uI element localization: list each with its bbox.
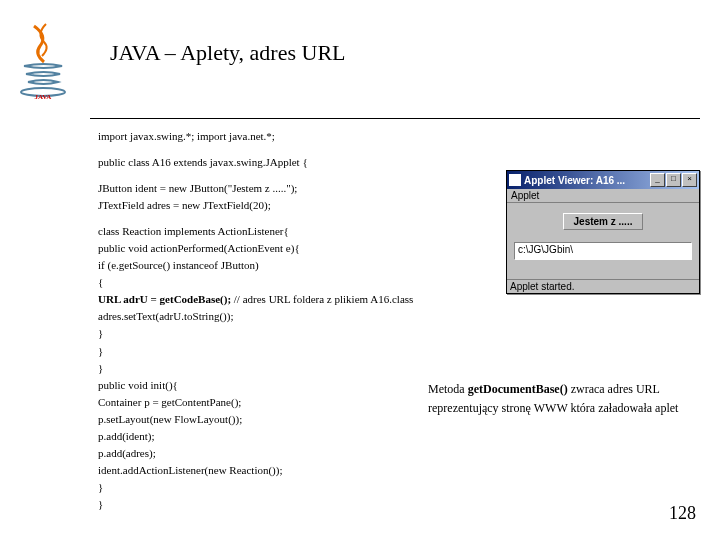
code-bold: URL adrU = getCodeBase(); (98, 293, 231, 305)
code-line: public void actionPerformed(ActionEvent … (98, 240, 413, 257)
app-icon (509, 174, 521, 186)
close-button[interactable]: × (682, 173, 697, 187)
note-prefix: Metoda (428, 382, 468, 396)
code-line: p.add(adres); (98, 445, 413, 462)
ident-button[interactable]: Jestem z ..... (563, 213, 644, 230)
page-title: JAVA – Aplety, adres URL (110, 40, 346, 66)
code-line: p.setLayout(new FlowLayout()); (98, 411, 413, 428)
code-block: import javax.swing.*; import java.net.*;… (98, 128, 413, 513)
applet-body: Jestem z ..... c:\JG\JGbin\ (507, 203, 699, 279)
note-text: Metoda getDocumentBase() zwraca adres UR… (428, 380, 688, 418)
code-line: if (e.getSource() instanceof JButton) (98, 257, 413, 274)
code-line: } (98, 479, 413, 496)
note-rest: zwraca adres URL (568, 382, 660, 396)
code-line: import javax.swing.*; import java.net.*; (98, 128, 413, 145)
code-line: URL adrU = getCodeBase(); // adres URL f… (98, 291, 413, 308)
applet-viewer-window: Applet Viewer: A16 ... _ □ × Applet Jest… (506, 170, 700, 294)
code-line: class Reaction implements ActionListener… (98, 223, 413, 240)
menu-applet[interactable]: Applet (507, 189, 699, 203)
page-number: 128 (669, 503, 696, 524)
code-line: adres.setText(adrU.toString()); (98, 308, 413, 325)
code-line: public class A16 extends javax.swing.JAp… (98, 154, 413, 171)
code-line: } (98, 343, 413, 360)
code-line: } (98, 325, 413, 342)
code-line: } (98, 360, 413, 377)
note-bold: getDocumentBase() (468, 382, 568, 396)
code-line: Container p = getContentPane(); (98, 394, 413, 411)
code-line: JButton ident = new JButton("Jestem z ..… (98, 180, 413, 197)
code-line: } (98, 496, 413, 513)
code-line: JButton ident = new JButton("Jestem z ..… (98, 180, 413, 214)
adres-field[interactable]: c:\JG\JGbin\ (514, 242, 692, 260)
maximize-button[interactable]: □ (666, 173, 681, 187)
code-comment: // adres URL foldera z plikiem A16.class (231, 293, 413, 305)
status-bar: Applet started. (507, 279, 699, 293)
code-line: { (98, 274, 413, 291)
window-title: Applet Viewer: A16 ... (524, 175, 649, 186)
minimize-button[interactable]: _ (650, 173, 665, 187)
code-line: public void init(){ (98, 377, 413, 394)
titlebar: Applet Viewer: A16 ... _ □ × (507, 171, 699, 189)
note-line2: reprezentujący stronę WWW która załadowa… (428, 399, 688, 418)
code-line: ident.addActionListener(new Reaction()); (98, 462, 413, 479)
code-line: JTextField adres = new JTextField(20); (98, 197, 413, 214)
divider (90, 118, 700, 119)
code-line: p.add(ident); (98, 428, 413, 445)
java-logo: JAVA (14, 22, 72, 100)
svg-text:JAVA: JAVA (35, 93, 52, 100)
